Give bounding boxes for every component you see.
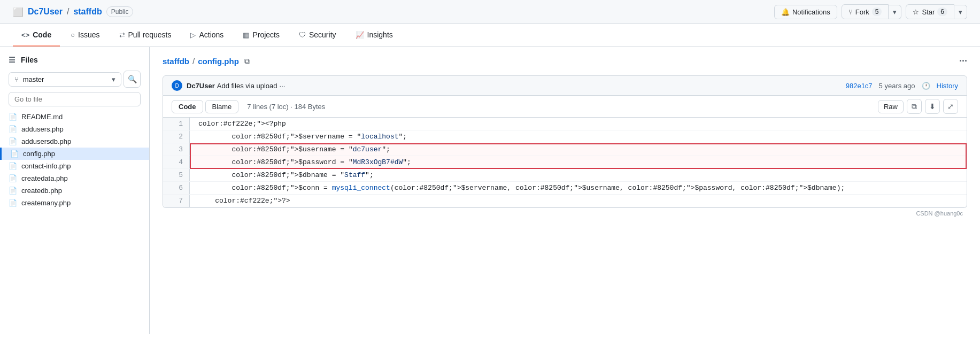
- line-code: color:#cf222e;">?>: [190, 195, 967, 207]
- commit-dots: ···: [280, 82, 285, 90]
- star-dropdown-button[interactable]: ▾: [954, 5, 967, 19]
- tab-projects[interactable]: ▦ Projects: [234, 24, 288, 47]
- branch-icon: ⑂: [14, 75, 19, 83]
- history-link[interactable]: History: [937, 82, 958, 90]
- tab-actions-label: Actions: [199, 30, 223, 39]
- tab-projects-label: Projects: [252, 30, 280, 39]
- line-code: color:#8250df;">$password = "MdR3xOgB7#d…: [190, 156, 967, 168]
- breadcrumb-repo[interactable]: staffdb: [163, 57, 189, 66]
- raw-button[interactable]: Raw: [878, 100, 904, 113]
- breadcrumb-file[interactable]: config.php: [198, 57, 239, 66]
- download-button[interactable]: ⬇: [925, 99, 940, 114]
- file-meta-right: 982e1c7 5 years ago 🕐 History: [846, 82, 958, 90]
- tab-code[interactable]: <> Code: [13, 24, 60, 47]
- files-title: Files: [21, 56, 38, 64]
- watermark: CSDN @huang0c: [163, 208, 967, 219]
- file-name: README.md: [21, 113, 63, 121]
- sidebar-file-item[interactable]: 📄contact-info.php: [0, 160, 149, 172]
- file-name: addusers.php: [21, 125, 64, 133]
- table-row: 7 color:#cf222e;">?>: [163, 195, 967, 207]
- branch-select-dropdown[interactable]: ⑂ master ▾: [9, 72, 121, 87]
- tab-security[interactable]: 🛡 Security: [290, 24, 345, 47]
- commit-time: 5 years ago: [879, 82, 915, 90]
- file-icon: 📄: [9, 113, 17, 121]
- repo-name-link[interactable]: staffdb: [73, 7, 102, 17]
- line-code: color:#8250df;">$servername = "localhost…: [190, 130, 967, 143]
- tab-pr-label: Pull requests: [128, 30, 172, 39]
- tab-code-label: Code: [33, 30, 51, 39]
- fork-dropdown-button[interactable]: ▾: [889, 5, 901, 19]
- sidebar-file-item[interactable]: 📄README.md: [0, 111, 149, 123]
- star-count: 6: [937, 7, 947, 16]
- fork-group: ⑂ Fork 5 ▾: [842, 4, 902, 19]
- table-row: 4 color:#8250df;">$password = "MdR3xOgB7…: [163, 156, 967, 169]
- sidebar-file-item[interactable]: 📄createdb.php: [0, 184, 149, 197]
- copy-path-icon[interactable]: ⧉: [244, 57, 250, 66]
- branch-select-left: ⑂ master: [14, 75, 44, 83]
- star-button[interactable]: ☆ Star 6: [906, 4, 954, 19]
- table-row: 3 color:#8250df;">$username = "dc7user";: [163, 143, 967, 156]
- sidebar-file-item[interactable]: 📄addusersdb.php: [0, 135, 149, 148]
- line-number: 6: [163, 182, 190, 194]
- notifications-button[interactable]: 🔔 Notifications: [774, 5, 837, 19]
- file-search-button[interactable]: 🔍: [124, 71, 141, 88]
- file-icon: 📄: [9, 174, 17, 182]
- file-icon: 📄: [9, 187, 17, 195]
- tab-pull-requests[interactable]: ⇄ Pull requests: [111, 24, 180, 47]
- header-actions: 🔔 Notifications ⑂ Fork 5 ▾ ☆ Star 6 ▾: [774, 4, 967, 19]
- table-row: 1color:#cf222e;"><?php: [163, 118, 967, 130]
- sidebar-file-item[interactable]: 📄config.php: [0, 148, 149, 160]
- file-name: addusersdb.php: [21, 137, 71, 145]
- insights-tab-icon: 📈: [356, 31, 364, 39]
- go-to-file-input[interactable]: [9, 92, 141, 106]
- issues-tab-icon: ○: [71, 31, 75, 39]
- file-name: config.php: [23, 150, 55, 158]
- line-code: color:#cf222e;"><?php: [190, 118, 967, 130]
- tab-security-label: Security: [309, 30, 336, 39]
- repo-owner-link[interactable]: Dc7User: [28, 7, 63, 17]
- code-block: 1color:#cf222e;"><?php2 color:#8250df;">…: [163, 118, 967, 208]
- sidebar-file-item[interactable]: 📄createdata.php: [0, 172, 149, 184]
- history-clock-icon: 🕐: [922, 82, 930, 90]
- table-row: 5 color:#8250df;">$dbname = "Staff";: [163, 169, 967, 182]
- tab-insights[interactable]: 📈 Insights: [347, 24, 402, 47]
- line-number: 2: [163, 130, 190, 143]
- security-tab-icon: 🛡: [299, 31, 306, 39]
- code-tab-icon: <>: [21, 31, 29, 39]
- code-view-tabs: Code Blame 7 lines (7 loc) · 184 Bytes R…: [163, 96, 967, 118]
- sidebar-file-item[interactable]: 📄addusers.php: [0, 123, 149, 135]
- breadcrumb-separator: /: [192, 57, 195, 66]
- avatar: D: [172, 80, 182, 91]
- expand-button[interactable]: ⤢: [943, 99, 958, 114]
- sidebar-header: ☰ Files: [0, 53, 149, 71]
- commit-message: Add files via upload: [217, 82, 277, 90]
- commit-hash[interactable]: 982e1c7: [846, 82, 873, 90]
- line-number: 3: [163, 143, 190, 156]
- star-icon: ☆: [913, 8, 919, 16]
- sidebar-header-left: ☰ Files: [9, 56, 38, 64]
- sidebar: ☰ Files ⑂ master ▾ 🔍 📄README.md📄addusers…: [0, 47, 150, 334]
- table-row: 2 color:#8250df;">$servername = "localho…: [163, 130, 967, 143]
- tab-insights-label: Insights: [367, 30, 393, 39]
- fork-icon: ⑂: [848, 8, 853, 16]
- repo-separator: /: [67, 7, 69, 17]
- tab-code-view[interactable]: Code: [172, 100, 203, 113]
- table-row: 6 color:#8250df;">$conn = mysqli_connect…: [163, 182, 967, 195]
- branch-name: master: [23, 75, 44, 83]
- star-group: ☆ Star 6 ▾: [906, 4, 967, 19]
- fork-button[interactable]: ⑂ Fork 5: [842, 4, 889, 19]
- file-icon: 📄: [9, 137, 17, 145]
- tab-actions[interactable]: ▷ Actions: [182, 24, 232, 47]
- sidebar-file-item[interactable]: 📄createmany.php: [0, 197, 149, 209]
- copy-raw-button[interactable]: ⧉: [907, 99, 922, 114]
- bell-icon: 🔔: [781, 8, 790, 16]
- tab-blame-view[interactable]: Blame: [205, 100, 239, 113]
- fork-count: 5: [872, 7, 882, 16]
- line-number: 5: [163, 169, 190, 181]
- repo-title: ⬜ Dc7User / staffdb Public: [13, 6, 133, 17]
- file-name: createmany.php: [21, 199, 71, 207]
- line-number: 7: [163, 195, 190, 207]
- tab-issues[interactable]: ○ Issues: [62, 24, 108, 47]
- file-name: contact-info.php: [21, 162, 71, 170]
- file-more-button[interactable]: ···: [959, 56, 967, 67]
